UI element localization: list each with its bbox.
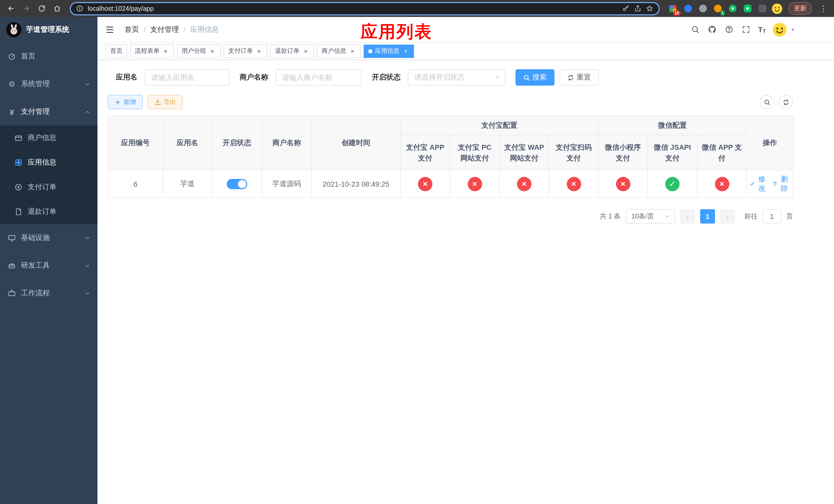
sidebar-item-label: 首页 (21, 52, 36, 61)
sidebar-item-workflow[interactable]: 工作流程 (0, 279, 97, 307)
chevron-down-icon (85, 81, 90, 87)
search-icon[interactable] (690, 24, 700, 35)
table-toolbar: 新增 导出 (108, 95, 793, 109)
github-icon[interactable] (707, 24, 717, 35)
edit-icon (750, 181, 755, 187)
share-icon[interactable] (634, 5, 642, 12)
tab-close-icon[interactable]: × (209, 47, 216, 54)
refresh-button[interactable] (778, 95, 793, 109)
info-icon[interactable] (76, 5, 84, 12)
tab-close-icon[interactable]: × (402, 47, 409, 54)
extension-badge-green: 1 (720, 10, 725, 16)
forward-icon[interactable] (20, 2, 33, 15)
cell-wechat-app: ×✓ (697, 170, 747, 198)
sidebar-item-refund-order[interactable]: 退款订单 (0, 200, 97, 224)
profile-avatar[interactable] (771, 2, 783, 15)
caret-down-icon[interactable]: ▾ (791, 27, 794, 32)
reload-icon[interactable] (35, 2, 48, 15)
sidebar-item-pay-order[interactable]: 支付订单 (0, 175, 97, 200)
breadcrumb: 首页 / 支付管理 / 应用信息 (125, 25, 219, 34)
group-header-wechat: 微信配置 (598, 116, 747, 135)
tab-home[interactable]: 首页 (106, 44, 127, 58)
extension-grid-icon[interactable]: 10 (667, 2, 679, 15)
tab-refund-order[interactable]: 退款订单× (270, 44, 314, 58)
sidebar-item-dev-tools[interactable]: 研发工具 (0, 252, 97, 279)
app-logo: 芋道管理系统 (0, 17, 97, 43)
extension-gray-icon[interactable] (697, 2, 709, 15)
url-text[interactable]: localhost:1024/pay/app (88, 5, 154, 12)
cell-alipay-wap: ×✓ (499, 170, 549, 198)
filter-form: 应用名 商户名称 开启状态 请选择开启状态 (116, 69, 824, 86)
add-button[interactable]: 新增 (108, 95, 142, 109)
sidebar-item-label: 应用信息 (28, 158, 57, 167)
next-page-button[interactable]: › (720, 209, 735, 224)
cell-app-name: 芋道 (163, 170, 212, 198)
current-page-button[interactable]: 1 (700, 209, 715, 224)
goto-label: 前往 (744, 212, 758, 221)
filter-app-name: 应用名 (116, 69, 229, 86)
cell-alipay-app: ×✓ (400, 170, 450, 198)
tab-process-form[interactable]: 流程表单× (130, 44, 174, 58)
extensions-area: 10 1 (667, 2, 783, 15)
tab-pay-order[interactable]: 支付订单× (224, 44, 267, 58)
toolbox-icon (7, 261, 16, 270)
breadcrumb-item-payment[interactable]: 支付管理 (150, 25, 179, 34)
search-icon (764, 99, 770, 105)
extension-drop-icon[interactable] (682, 2, 694, 15)
url-bar[interactable]: localhost:1024/pay/app (70, 2, 660, 15)
extension-avatar-icon[interactable]: 1 (711, 2, 724, 15)
cell-merchant: 芋道源码 (262, 170, 312, 198)
help-icon[interactable] (724, 24, 734, 35)
toggle-search-button[interactable] (760, 95, 774, 109)
tab-merchant-info[interactable]: 商户信息× (317, 44, 360, 58)
tab-close-icon[interactable]: × (349, 47, 356, 54)
sidebar-item-system[interactable]: ⚙ 系统管理 (0, 70, 97, 98)
cell-status (212, 170, 262, 198)
home-icon[interactable] (50, 2, 64, 15)
reset-button[interactable]: 重置 (559, 69, 598, 86)
sidebar-toggle[interactable] (97, 17, 122, 42)
delete-link[interactable]: 删除 (772, 175, 790, 193)
export-button[interactable]: 导出 (148, 95, 182, 109)
tab-close-icon[interactable]: × (256, 47, 263, 54)
card-icon (14, 133, 23, 142)
sidebar-item-home[interactable]: 首页 (0, 43, 97, 70)
app-title: 芋道管理系统 (26, 25, 69, 35)
tab-user-group[interactable]: 用户分组× (177, 44, 221, 58)
goto-input[interactable] (763, 209, 781, 224)
status-toggle[interactable] (227, 179, 247, 189)
merchant-name-input[interactable] (276, 69, 361, 86)
key-icon[interactable] (622, 5, 630, 12)
pagination: 共 1 条 10条/页 ‹ 1 › 前往 页 (108, 209, 793, 224)
app-name-input[interactable] (145, 69, 229, 86)
column-header-actions: 操作 (747, 116, 793, 170)
sidebar-item-infrastructure[interactable]: 基础设施 (0, 224, 97, 252)
status-icon: ×✓ (715, 177, 729, 191)
extension-wechat-icon[interactable] (741, 2, 753, 15)
edit-link[interactable]: 修改 (750, 175, 767, 193)
update-button[interactable]: 更新 (788, 2, 812, 15)
font-size-icon[interactable]: TT (758, 25, 766, 34)
search-button[interactable]: 搜索 (515, 69, 554, 86)
extension-green-circle-icon[interactable] (726, 2, 739, 15)
avatar[interactable] (772, 22, 787, 37)
sidebar-item-app-info[interactable]: 应用信息 (0, 150, 97, 175)
breadcrumb-item-home[interactable]: 首页 (125, 25, 139, 34)
breadcrumb-separator: / (144, 25, 146, 33)
back-icon[interactable] (4, 2, 18, 15)
extension-dark-icon[interactable] (756, 2, 768, 15)
fullscreen-icon[interactable] (741, 24, 751, 35)
select-caret-icon (495, 74, 501, 81)
prev-page-button[interactable]: ‹ (680, 209, 695, 224)
sidebar-item-payment[interactable]: ¥ 支付管理 (0, 98, 97, 125)
tab-close-icon[interactable]: × (302, 47, 309, 54)
yen-icon: ¥ (7, 107, 16, 116)
tab-app-info[interactable]: 应用信息× (364, 44, 414, 58)
tab-close-icon[interactable]: × (162, 47, 169, 54)
kebab-menu-icon[interactable]: ⋮ (817, 4, 830, 13)
status-select[interactable]: 请选择开启状态 (408, 69, 505, 86)
bookmark-star-icon[interactable] (646, 5, 654, 12)
page-size-select[interactable]: 10条/页 (626, 209, 675, 224)
sidebar-item-merchant-info[interactable]: 商户信息 (0, 125, 97, 150)
column-header-status: 开启状态 (212, 116, 262, 170)
